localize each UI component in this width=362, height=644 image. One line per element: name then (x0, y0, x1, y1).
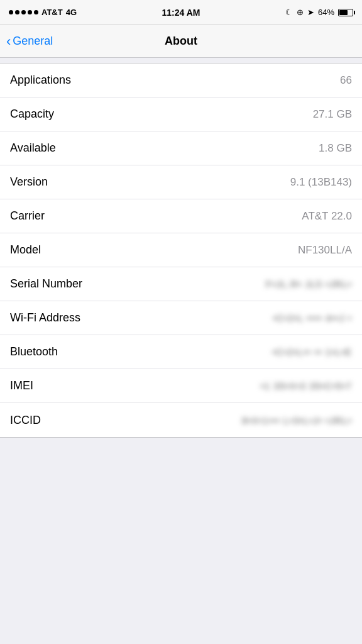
status-bar: AT&T 4G 11:24 AM ☾ ⊕ ➤ 64% (0, 0, 362, 25)
moon-icon: ☾ (285, 8, 293, 17)
network-label: 4G (66, 8, 77, 17)
row-label: IMEI (10, 379, 33, 392)
battery-fill (339, 10, 348, 15)
row-value: F•JL.R• JL5 •JRL• (266, 279, 352, 289)
status-right: ☾ ⊕ ➤ 64% (285, 8, 353, 17)
row-label: Carrier (10, 209, 45, 223)
settings-row: Wi-Fi Address•C•2•L •••• 4••J • (0, 301, 362, 335)
battery-body (338, 9, 353, 16)
row-label: Serial Number (10, 277, 82, 291)
row-label: Bluetooth (10, 345, 58, 358)
row-value: •1 35•X•3 35•C•5•7 (261, 380, 352, 391)
row-value: 66 (340, 74, 352, 87)
row-label: Wi-Fi Address (10, 311, 80, 325)
status-left: AT&T 4G (9, 8, 77, 17)
row-value: 27.1 GB (313, 108, 352, 121)
settings-list: Applications66Capacity27.1 GBAvailable1.… (0, 63, 362, 438)
row-value: NF130LL/A (298, 244, 352, 257)
page-title: About (165, 35, 197, 48)
chevron-left-icon: ‹ (6, 35, 11, 48)
settings-row: Available1.8 GB (0, 131, 362, 165)
row-label: Applications (10, 74, 71, 87)
settings-row: Version9.1 (13B143) (0, 165, 362, 199)
row-value: AT&T 22.0 (302, 210, 352, 223)
nav-bar: ‹ General About (0, 25, 362, 58)
settings-row: Bluetooth•C•2•L•• •• 1•L•E (0, 335, 362, 369)
row-value: 9.1 (13B143) (290, 176, 352, 189)
gps-icon: ➤ (307, 8, 314, 17)
battery-icon (338, 9, 353, 16)
time-label: 11:24 AM (162, 8, 200, 18)
battery-percent: 64% (318, 8, 334, 17)
location-icon: ⊕ (297, 8, 304, 17)
settings-row: CarrierAT&T 22.0 (0, 199, 362, 233)
row-label: Available (10, 142, 56, 155)
row-label: ICCID (10, 414, 41, 427)
settings-row: IMEI•1 35•X•3 35•C•5•7 (0, 369, 362, 403)
row-value: 1.8 GB (319, 142, 352, 155)
row-label: Capacity (10, 108, 54, 121)
carrier-label: AT&T (41, 8, 63, 17)
back-label: General (13, 35, 53, 48)
settings-row: Capacity27.1 GB (0, 97, 362, 131)
settings-row: Serial NumberF•JL.R• JL5 •JRL• (0, 267, 362, 301)
settings-row: ICCID8•X•1••• L•3•L•J• •JRL• (0, 403, 362, 437)
row-value: •C•2•L•• •• 1•L•E (272, 347, 352, 357)
row-value: 8•X•1••• L•3•L•J• •JRL• (242, 415, 352, 426)
settings-row: Applications66 (0, 64, 362, 97)
row-label: Model (10, 243, 41, 257)
settings-row: ModelNF130LL/A (0, 233, 362, 267)
row-label: Version (10, 175, 48, 189)
row-value: •C•2•L •••• 4••J • (273, 313, 352, 323)
signal-dots (9, 10, 38, 14)
back-button[interactable]: ‹ General (6, 35, 53, 48)
